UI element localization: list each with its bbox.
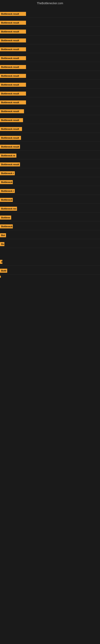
- bottleneck-label: Bottleneck result: [0, 109, 24, 113]
- list-item: B: [0, 258, 100, 266]
- list-item: Bottleneck result: [0, 63, 100, 71]
- bottleneck-label: Bottleneck result: [0, 30, 26, 34]
- list-item: Bottl: [0, 267, 100, 274]
- bottleneck-label: Bottleneck: [0, 180, 13, 184]
- list-item: Bottleneck: [0, 178, 100, 186]
- bottleneck-label: Bottleneck result: [0, 65, 26, 69]
- bottleneck-label: Bottleneck result: [0, 83, 26, 87]
- bottleneck-label: Bottleneck result: [0, 92, 26, 96]
- list-item: Bottleneck result: [0, 37, 100, 44]
- bottleneck-label: Bottleneck result: [0, 118, 23, 122]
- bottleneck-label: Bottleneck result: [0, 38, 26, 42]
- list-item: Bottleneck result: [0, 160, 100, 168]
- list-item: Bottleneck result: [0, 134, 100, 142]
- list-item: Bottleneck result: [0, 19, 100, 26]
- list-item: Bottleneck res: [0, 205, 100, 212]
- list-item: [0, 276, 1, 278]
- list-item: Bottleneck result: [0, 90, 100, 98]
- bottleneck-label: Bottleneck result: [0, 47, 26, 51]
- list-item: Bottleneck result: [0, 98, 100, 106]
- list-item: Bottleneck re: [0, 152, 100, 160]
- list-item: Bottleneck result: [0, 81, 100, 88]
- list-item: Bottleneck r: [0, 170, 100, 177]
- bottleneck-label: Bottleneck: [0, 198, 13, 202]
- list-item: Bottleneck result: [0, 125, 100, 133]
- list-item: [0, 276, 100, 283]
- bottleneck-label: Bottleneck re: [0, 154, 16, 158]
- list-item: Bottleneck result: [0, 72, 100, 80]
- bottleneck-label: Bottleneck result: [0, 136, 21, 140]
- bottleneck-label: Bot: [0, 233, 6, 237]
- bottleneck-label: Bo: [0, 242, 4, 246]
- bottleneck-label: Bottleneck result: [0, 74, 26, 78]
- bottleneck-label: Bottleneck: [0, 224, 13, 228]
- list-item: Bot: [0, 232, 100, 239]
- bottleneck-label: Bottleneck result: [0, 56, 26, 60]
- list-item: Bottleneck result: [0, 54, 100, 62]
- list-item: Bottleneck result: [0, 143, 100, 150]
- list-item: Bottleneck r: [0, 187, 100, 195]
- site-title: TheBottlenecker.com: [0, 0, 100, 6]
- bottleneck-label: Bottl: [0, 269, 7, 273]
- list-item: Bottleneck: [0, 196, 100, 204]
- bottleneck-label: Bottleneck result: [0, 145, 20, 149]
- bottleneck-label: Bottlene: [0, 216, 11, 220]
- list-item: Bottleneck: [0, 222, 100, 230]
- bottleneck-label: Bottleneck result: [0, 21, 26, 25]
- list-item: Bottlene: [0, 214, 100, 222]
- list-item: Bo: [0, 240, 100, 248]
- bottleneck-list: Bottleneck resultBottleneck resultBottle…: [0, 6, 100, 288]
- list-item: Bottleneck result: [0, 108, 100, 115]
- bottleneck-label: Bottleneck r: [0, 189, 15, 193]
- bottleneck-label: Bottleneck result: [0, 12, 26, 16]
- list-item: Bottleneck result: [0, 116, 100, 124]
- list-item: Bottleneck result: [0, 28, 100, 36]
- bottleneck-label: Bottleneck result: [0, 127, 22, 131]
- bottleneck-label: B: [0, 260, 2, 264]
- list-item: Bottleneck result: [0, 10, 100, 18]
- list-item: Bottleneck result: [0, 46, 100, 53]
- bottleneck-label: Bottleneck res: [0, 207, 17, 211]
- bottleneck-label: Bottleneck result: [0, 162, 20, 166]
- bottleneck-label: Bottleneck r: [0, 171, 15, 175]
- header: TheBottlenecker.com: [0, 0, 100, 6]
- bottleneck-label: Bottleneck result: [0, 100, 26, 104]
